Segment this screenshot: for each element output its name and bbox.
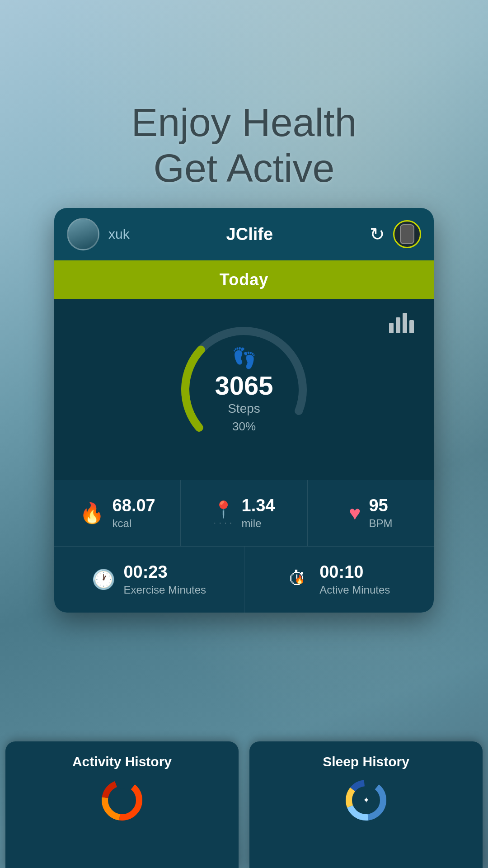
- donut-center: [110, 788, 134, 812]
- distance-unit: mile: [242, 517, 262, 530]
- active-unit: Active Minutes: [319, 584, 390, 596]
- app-title: JClife: [139, 225, 361, 244]
- header-icons: ↻: [370, 220, 421, 248]
- device-icon: [400, 224, 414, 244]
- sleep-donut: ✦: [343, 778, 389, 823]
- activity-donut-svg: [99, 778, 145, 823]
- bottom-cards-container: Activity History Sleep History ✦: [0, 741, 488, 868]
- activity-history-title: Activity History: [72, 754, 172, 769]
- bar-chart-icon[interactable]: [389, 313, 414, 333]
- activity-history-card[interactable]: Activity History: [5, 741, 239, 868]
- steps-section: 👣 3065 Steps 30%: [54, 299, 434, 480]
- hero-text-block: Enjoy Health Get Active: [0, 99, 488, 191]
- refresh-icon[interactable]: ↻: [370, 224, 385, 245]
- bpm-value: 95: [369, 496, 388, 515]
- active-info: 00:10 Active Minutes: [319, 563, 390, 596]
- username-label: xuk: [108, 226, 130, 242]
- steps-label: Steps: [215, 401, 273, 416]
- today-banner[interactable]: Today: [54, 260, 434, 299]
- clock-icon: 🕐: [92, 568, 115, 590]
- stat-exercise: 🕐 00:23 Exercise Minutes: [54, 547, 244, 613]
- bar4: [409, 320, 414, 333]
- today-label: Today: [220, 270, 268, 289]
- active-value: 00:10: [319, 563, 363, 582]
- bar1: [389, 323, 394, 333]
- kcal-info: 68.07 kcal: [113, 496, 155, 530]
- bar3: [403, 313, 407, 333]
- exercise-info: 00:23 Exercise Minutes: [123, 563, 206, 596]
- activity-donut: [99, 778, 145, 823]
- location-icon-container: 📍 · · · ·: [213, 500, 234, 526]
- stat-active: ⏱ 🔥 00:10 Active Minutes: [244, 547, 434, 613]
- stat-distance: 📍 · · · · 1.34 mile: [181, 480, 307, 546]
- steps-percent: 30%: [215, 420, 273, 434]
- bpm-info: 95 BPM: [369, 496, 392, 530]
- location-dots: · · · ·: [214, 519, 232, 526]
- distance-value: 1.34: [242, 496, 275, 515]
- exercise-unit: Exercise Minutes: [123, 584, 206, 596]
- active-clock-icon: ⏱ 🔥: [288, 568, 311, 591]
- card-header: xuk JClife ↻: [54, 208, 434, 260]
- device-button[interactable]: [393, 220, 421, 248]
- circle-center: 👣 3065 Steps 30%: [215, 346, 273, 434]
- main-dashboard-card: xuk JClife ↻ Today: [54, 208, 434, 613]
- sleep-history-card[interactable]: Sleep History ✦: [249, 741, 483, 868]
- stat-kcal: 🔥 68.07 kcal: [54, 480, 181, 546]
- kcal-unit: kcal: [113, 517, 132, 530]
- stats-row-2: 🕐 00:23 Exercise Minutes ⏱ 🔥 00:10 Activ…: [54, 547, 434, 613]
- heart-icon: ♥: [349, 502, 361, 524]
- flame-icon: 🔥: [80, 501, 104, 525]
- avatar-image: [68, 219, 98, 249]
- steps-count: 3065: [215, 373, 273, 399]
- footprint-icon: 👣: [215, 346, 273, 370]
- svg-text:✦: ✦: [363, 796, 370, 805]
- stats-card: 🔥 68.07 kcal 📍 · · · · 1.34 mile ♥: [54, 480, 434, 613]
- exercise-value: 00:23: [123, 563, 167, 582]
- stats-row-1: 🔥 68.07 kcal 📍 · · · · 1.34 mile ♥: [54, 480, 434, 547]
- sleep-history-title: Sleep History: [323, 754, 409, 769]
- bpm-unit: BPM: [369, 517, 392, 530]
- steps-circle: 👣 3065 Steps 30%: [172, 317, 316, 462]
- avatar[interactable]: [67, 218, 99, 250]
- kcal-value: 68.07: [113, 496, 155, 515]
- bar2: [396, 317, 400, 333]
- sleep-donut-svg: ✦: [343, 778, 389, 823]
- distance-info: 1.34 mile: [242, 496, 275, 530]
- location-pin-icon: 📍: [213, 500, 234, 519]
- hero-title: Enjoy Health Get Active: [0, 99, 488, 191]
- stat-bpm: ♥ 95 BPM: [308, 480, 434, 546]
